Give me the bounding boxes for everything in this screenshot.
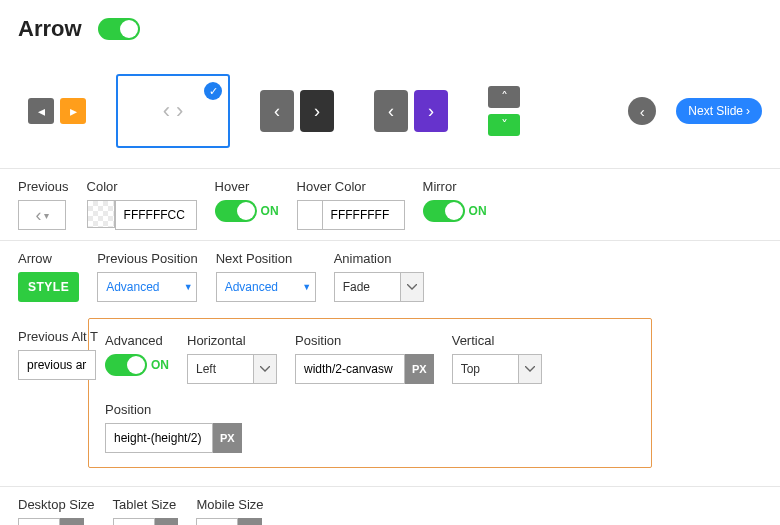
hover-toggle[interactable]	[215, 200, 257, 222]
hover-label: Hover	[215, 179, 279, 194]
check-icon: ✓	[204, 82, 222, 100]
arrow-right-icon: ▸	[60, 98, 86, 124]
style-option-2-selected[interactable]: ✓ ‹ ›	[116, 74, 230, 148]
arrow-toggle[interactable]	[98, 18, 140, 40]
position-h-input[interactable]	[295, 354, 405, 384]
percent-unit: %	[238, 518, 262, 525]
adv-state: ON	[151, 358, 169, 372]
mobile-size-label: Mobile Size	[196, 497, 263, 512]
hover-color-input[interactable]	[323, 200, 405, 230]
position-v-label: Position	[105, 402, 242, 417]
percent-unit: %	[155, 518, 179, 525]
next-slide-button[interactable]: Next Slide ›	[676, 98, 762, 124]
style-option-1[interactable]: ◂ ▸	[18, 86, 96, 136]
style-button[interactable]: STYLE	[18, 272, 79, 302]
chevron-left-icon: ‹	[374, 90, 408, 132]
style-option-5[interactable]: ˄ ˅	[478, 86, 530, 136]
prev-position-label: Previous Position	[97, 251, 197, 266]
px-unit: PX	[213, 423, 242, 453]
hover-color-swatch[interactable]	[297, 200, 323, 230]
page-title: Arrow	[18, 16, 82, 42]
percent-unit: %	[60, 518, 84, 525]
vertical-dropdown[interactable]: Top	[452, 354, 542, 384]
color-label: Color	[87, 179, 197, 194]
desktop-size-input[interactable]	[18, 518, 60, 525]
mobile-size-input[interactable]	[196, 518, 238, 525]
arrow-style-gallery: ◂ ▸ ✓ ‹ › ‹ › ‹ › ˄ ˅ ‹ Next Slide ›	[0, 56, 780, 169]
tablet-size-label: Tablet Size	[113, 497, 179, 512]
animation-label: Animation	[334, 251, 424, 266]
prev-alt-input[interactable]	[18, 350, 96, 380]
hover-color-label: Hover Color	[297, 179, 405, 194]
animation-dropdown[interactable]: Fade	[334, 272, 424, 302]
mirror-toggle[interactable]	[423, 200, 465, 222]
chevron-right-icon: ›	[300, 90, 334, 132]
arrow-left-icon: ◂	[28, 98, 54, 124]
next-position-dropdown[interactable]: Advanced	[216, 272, 316, 302]
prev-alt-label: Previous Alt T	[18, 329, 98, 344]
mirror-label: Mirror	[423, 179, 487, 194]
arrow-label: Arrow	[18, 251, 79, 266]
style-option-4[interactable]: ‹ ›	[364, 86, 458, 136]
previous-selector[interactable]: ‹▾	[18, 200, 66, 230]
chevron-right-icon: ›	[414, 90, 448, 132]
chevron-left-icon: ‹	[260, 90, 294, 132]
advanced-position-panel: Advanced ON Horizontal Left Position PX …	[88, 318, 652, 468]
prev-position-dropdown[interactable]: Advanced	[97, 272, 197, 302]
chevron-down-icon: ˅	[488, 114, 520, 136]
chevron-right-icon: ›	[176, 98, 183, 124]
style-option-3[interactable]: ‹ ›	[250, 86, 344, 136]
chevron-up-icon: ˄	[488, 86, 520, 108]
desktop-size-label: Desktop Size	[18, 497, 95, 512]
next-position-label: Next Position	[216, 251, 316, 266]
vertical-label: Vertical	[452, 333, 542, 348]
px-unit: PX	[405, 354, 434, 384]
position-h-label: Position	[295, 333, 434, 348]
horizontal-label: Horizontal	[187, 333, 277, 348]
chevron-left-icon: ‹	[163, 98, 170, 124]
adv-label: Advanced	[105, 333, 169, 348]
prev-circle-icon[interactable]: ‹	[628, 97, 656, 125]
color-input[interactable]	[115, 200, 197, 230]
advanced-toggle[interactable]	[105, 354, 147, 376]
horizontal-dropdown[interactable]: Left	[187, 354, 277, 384]
mirror-state: ON	[469, 204, 487, 218]
previous-label: Previous	[18, 179, 69, 194]
position-v-input[interactable]	[105, 423, 213, 453]
tablet-size-input[interactable]	[113, 518, 155, 525]
color-swatch[interactable]	[87, 200, 115, 228]
hover-state: ON	[261, 204, 279, 218]
